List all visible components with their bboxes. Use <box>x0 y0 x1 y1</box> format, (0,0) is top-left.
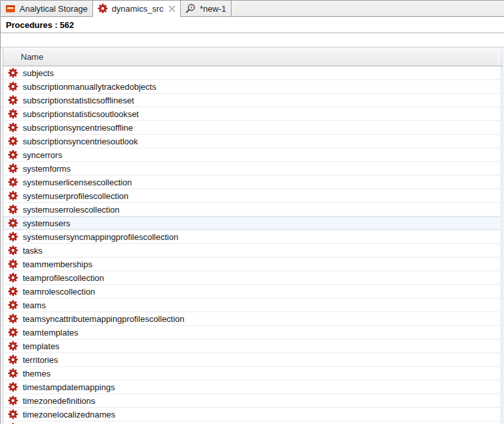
procedure-name: timezonelocalizednames <box>23 410 115 419</box>
table-row[interactable]: systemuserrolescollection <box>3 203 503 217</box>
procedure-name: territories <box>23 355 58 365</box>
gear-icon <box>8 177 18 187</box>
gear-icon <box>8 286 18 297</box>
procedure-name: teamprofilescollection <box>23 273 104 283</box>
procedures-count-label: Procedures : 562 <box>6 20 74 30</box>
vertical-scrollbar[interactable] <box>500 66 503 424</box>
procedure-name: subscriptionstatisticsofflineset <box>23 96 134 105</box>
table-row[interactable]: subscriptionsyncentriesoffline <box>3 121 503 135</box>
tab-new-1[interactable]: *new-1 <box>181 1 231 16</box>
tab-analytical-storage[interactable]: Analytical Storage <box>1 1 93 16</box>
procedures-summary-bar: Procedures : 562 <box>1 17 504 33</box>
procedure-name: timestampdatemappings <box>23 382 115 392</box>
table-row[interactable]: syncerrors <box>3 148 503 162</box>
procedure-name: systemuserlicensescollection <box>23 178 132 187</box>
table-row[interactable]: teamprofilescollection <box>3 271 503 285</box>
table-row[interactable]: timezonedefinitions <box>3 394 503 408</box>
table-row[interactable]: themes <box>3 367 503 380</box>
tab-label: Analytical Storage <box>20 4 88 14</box>
tab-dynamics-src[interactable]: dynamics_src <box>93 1 181 17</box>
procedure-name: teams <box>23 300 46 310</box>
procedure-name: systemusers <box>23 219 70 228</box>
gear-icon <box>8 354 18 365</box>
gear-icon <box>8 300 18 310</box>
procedure-name: subjects <box>23 68 54 78</box>
gear-icon <box>8 313 18 324</box>
procedure-name: teamrolescollection <box>23 287 95 297</box>
gear-icon <box>8 122 18 133</box>
table-row[interactable]: subscriptionsyncentriesoutlook <box>3 135 503 148</box>
table-row[interactable]: timezonelocalizednames <box>3 408 503 421</box>
storage-icon <box>5 3 16 14</box>
column-separator <box>497 49 499 65</box>
gear-icon <box>8 150 18 160</box>
gear-icon <box>8 382 18 392</box>
procedures-table: Name subjects subscriptionmanuallytracke… <box>3 48 503 424</box>
table-row[interactable]: subscriptionmanuallytrackedobjects <box>3 80 503 94</box>
procedure-name: subscriptionstatisticsoutlookset <box>23 109 139 119</box>
table-row[interactable]: systemuserprofilescollection <box>3 189 503 203</box>
table-row[interactable]: teamtemplates <box>3 326 503 339</box>
procedure-name: subscriptionmanuallytrackedobjects <box>23 82 156 92</box>
table-row[interactable]: teamsyncattributemappingprofilescollecti… <box>3 312 503 326</box>
gear-icon <box>8 395 18 406</box>
procedure-name: timezonedefinitions <box>23 396 95 406</box>
table-row[interactable]: timestampdatemappings <box>3 380 503 394</box>
procedure-name: subscriptionsyncentriesoutlook <box>23 137 138 146</box>
gear-icon <box>8 327 18 338</box>
procedure-name: teamtemplates <box>23 328 78 338</box>
procedure-name: systemforms <box>23 164 71 174</box>
table-row[interactable]: teammemberships <box>3 258 503 271</box>
procedure-name: subscriptionsyncentriesoffline <box>23 123 133 133</box>
table-row[interactable]: subscriptionstatisticsoutlookset <box>3 107 503 121</box>
table-row[interactable]: tasks <box>3 244 503 258</box>
gear-icon <box>8 341 18 351</box>
gear-icon <box>8 136 18 146</box>
sql-editor-icon <box>185 3 196 14</box>
table-row[interactable]: systemforms <box>3 162 503 176</box>
column-header-name[interactable]: Name <box>3 48 503 66</box>
gear-icon <box>8 95 18 105</box>
gear-icon <box>8 272 18 283</box>
gear-icon <box>8 259 18 269</box>
procedure-name: systemusersyncmappingprofilescollection <box>23 232 178 242</box>
gear-icon <box>8 218 18 228</box>
gear-icon <box>8 232 18 242</box>
gear-icon <box>8 368 18 378</box>
gear-icon <box>8 163 18 174</box>
column-header-label: Name <box>21 52 44 62</box>
table-row[interactable] <box>3 421 503 424</box>
gear-icon <box>98 3 108 14</box>
gear-icon <box>8 109 18 119</box>
gear-icon <box>8 409 18 419</box>
table-row[interactable]: systemuserlicensescollection <box>3 176 503 189</box>
table-row[interactable]: teamrolescollection <box>3 285 503 298</box>
tab-label: *new-1 <box>200 4 226 14</box>
table-row[interactable]: subjects <box>3 66 503 80</box>
table-row[interactable]: templates <box>3 339 503 353</box>
procedure-name: templates <box>23 341 59 351</box>
close-icon[interactable] <box>168 5 176 12</box>
gear-icon <box>8 204 18 215</box>
editor-tab-bar: Analytical Storage dynamics_src *new-1 <box>1 0 504 17</box>
table-row[interactable]: subscriptionstatisticsofflineset <box>3 94 503 107</box>
procedure-name: syncerrors <box>23 150 62 160</box>
table-row[interactable]: systemusers <box>3 217 503 230</box>
gear-icon <box>8 81 18 92</box>
procedure-name: themes <box>23 369 51 378</box>
gear-icon <box>8 245 18 256</box>
table-row[interactable]: systemusersyncmappingprofilescollection <box>3 230 503 244</box>
filter-strip[interactable] <box>1 33 504 47</box>
gear-icon <box>8 68 18 78</box>
gear-icon <box>8 191 18 201</box>
table-row[interactable]: teams <box>3 298 503 312</box>
procedure-name: systemuserprofilescollection <box>23 191 129 201</box>
procedure-name: teammemberships <box>23 259 92 269</box>
tab-label: dynamics_src <box>112 4 163 14</box>
procedure-rows: subjects subscriptionmanuallytrackedobje… <box>3 66 503 424</box>
procedure-name: tasks <box>23 246 42 256</box>
procedure-name: teamsyncattributemappingprofilescollecti… <box>23 314 185 324</box>
procedure-name: systemuserrolescollection <box>23 205 120 215</box>
database-tool-window: Analytical Storage dynamics_src *new-1 <box>0 0 504 424</box>
table-row[interactable]: territories <box>3 353 503 367</box>
